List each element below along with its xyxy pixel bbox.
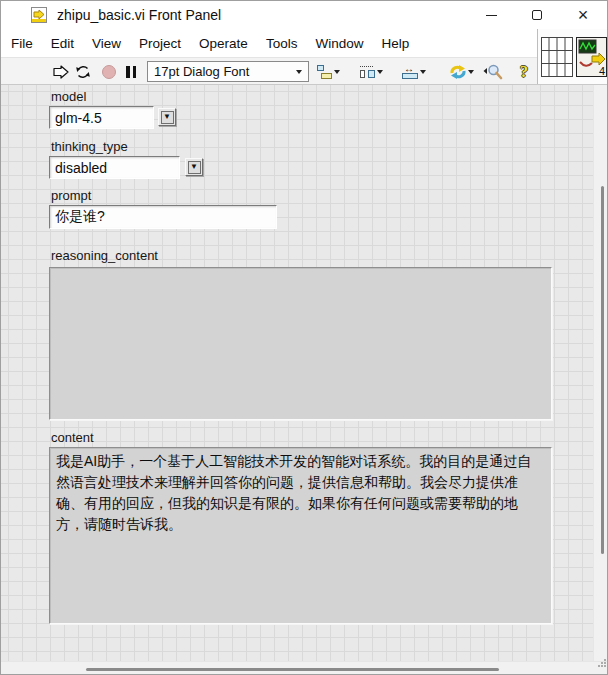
- labview-front-panel-window: zhipu_basic.vi Front Panel × File Edit V…: [0, 0, 608, 675]
- thinking-type-value: disabled: [55, 160, 107, 176]
- vi-icon[interactable]: 4: [576, 37, 607, 77]
- toolbar: 17pt Dialog Font ↔: [1, 57, 537, 85]
- horizontal-scrollbar-thumb[interactable]: [86, 668, 499, 671]
- vi-icon-badge: 4: [599, 65, 605, 77]
- search-button[interactable]: [483, 58, 503, 85]
- maximize-button[interactable]: [514, 1, 560, 29]
- reasoning-content-label: reasoning_content: [51, 248, 158, 263]
- reorder-objects-button[interactable]: [448, 58, 474, 85]
- dropdown-arrow-icon: ▼: [188, 161, 201, 174]
- menu-view[interactable]: View: [83, 29, 130, 57]
- run-icon: [53, 65, 69, 79]
- close-icon: ×: [578, 6, 589, 24]
- window-controls: ×: [468, 1, 606, 29]
- content-text: 我是AI助手，一个基于人工智能技术开发的智能对话系统。我的目的是通过自然语言处理…: [50, 448, 551, 538]
- panel-grid: model glm-4.5 ▼ thinking_type disabled ▼…: [1, 85, 593, 661]
- distribute-objects-button[interactable]: [358, 58, 383, 85]
- menu-help[interactable]: Help: [372, 29, 418, 57]
- distribute-objects-icon: [358, 64, 377, 80]
- dropdown-arrow-icon: ▼: [161, 111, 174, 124]
- chevron-down-icon: [420, 70, 426, 74]
- align-objects-icon: [315, 64, 334, 80]
- pause-button[interactable]: [126, 58, 136, 85]
- minimize-icon: [486, 15, 497, 16]
- model-combobox[interactable]: glm-4.5: [49, 106, 154, 129]
- align-objects-button[interactable]: [315, 58, 340, 85]
- font-selector[interactable]: 17pt Dialog Font: [147, 61, 309, 82]
- reasoning-content-text: [50, 268, 551, 274]
- chevron-down-icon: [468, 70, 474, 74]
- titlebar: zhipu_basic.vi Front Panel ×: [1, 1, 607, 29]
- thinking-type-combobox[interactable]: disabled: [49, 156, 180, 179]
- vertical-scrollbar-thumb[interactable]: [601, 186, 604, 554]
- horizontal-scrollbar[interactable]: [1, 661, 608, 675]
- thinking-type-label: thinking_type: [51, 139, 128, 154]
- resize-objects-button[interactable]: ↔: [401, 58, 426, 85]
- run-continuously-button[interactable]: [74, 58, 92, 85]
- help-icon: ?: [520, 63, 528, 81]
- close-button[interactable]: ×: [560, 1, 606, 29]
- thinking-type-dropdown-button[interactable]: ▼: [185, 158, 203, 176]
- menu-operate[interactable]: Operate: [190, 29, 257, 57]
- prompt-input[interactable]: 你是谁?: [49, 205, 277, 229]
- run-button[interactable]: [53, 58, 69, 85]
- model-value: glm-4.5: [55, 110, 102, 126]
- menu-tools[interactable]: Tools: [257, 29, 307, 57]
- maximize-icon: [532, 10, 542, 20]
- menu-edit[interactable]: Edit: [42, 29, 83, 57]
- menu-project[interactable]: Project: [130, 29, 190, 57]
- resize-grip[interactable]: [598, 665, 600, 667]
- menu-file[interactable]: File: [2, 29, 42, 57]
- chevron-down-icon: [377, 70, 383, 74]
- help-button[interactable]: ?: [520, 58, 528, 85]
- prompt-label: prompt: [51, 188, 91, 203]
- menu-window[interactable]: Window: [306, 29, 372, 57]
- pause-icon: [126, 66, 136, 78]
- model-dropdown-button[interactable]: ▼: [158, 108, 176, 126]
- menubar: File Edit View Project Operate Tools Win…: [1, 29, 537, 57]
- chevron-down-icon: [296, 70, 302, 74]
- reorder-icon: [448, 64, 468, 80]
- content-label: content: [51, 430, 94, 445]
- resize-objects-icon: ↔: [401, 64, 420, 80]
- vi-icon-area: 4: [538, 29, 608, 84]
- abort-icon: [102, 65, 116, 79]
- model-label: model: [51, 89, 86, 104]
- abort-button[interactable]: [102, 58, 116, 85]
- connector-pane-icon[interactable]: [541, 37, 573, 77]
- chevron-down-icon: [334, 70, 340, 74]
- front-panel: model glm-4.5 ▼ thinking_type disabled ▼…: [1, 85, 608, 675]
- font-selector-value: 17pt Dialog Font: [154, 64, 296, 79]
- reasoning-content-display[interactable]: [49, 267, 552, 420]
- labview-vi-icon: [31, 7, 47, 23]
- run-continuously-icon: [74, 64, 92, 80]
- minimize-button[interactable]: [468, 1, 514, 29]
- vertical-scrollbar[interactable]: [593, 85, 608, 661]
- prompt-value: 你是谁?: [55, 208, 105, 226]
- window-title: zhipu_basic.vi Front Panel: [57, 7, 221, 23]
- content-display[interactable]: 我是AI助手，一个基于人工智能技术开发的智能对话系统。我的目的是通过自然语言处理…: [49, 447, 552, 624]
- search-icon: [483, 63, 503, 80]
